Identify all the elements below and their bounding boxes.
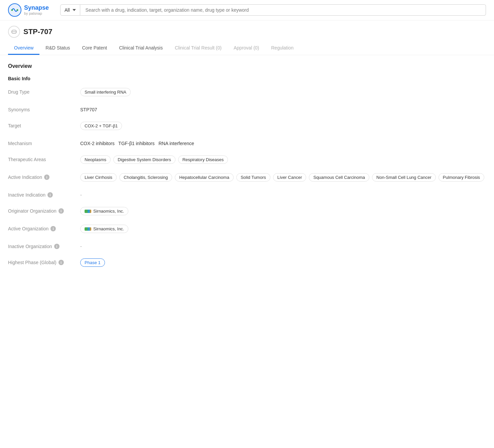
originator-org-name: Sirnaomics, Inc. xyxy=(93,209,124,214)
search-type-label: All xyxy=(65,7,70,13)
search-area: All xyxy=(60,4,486,16)
inactive-org-label: Inactive Organization i xyxy=(8,242,75,249)
inactive-indication-value: - xyxy=(80,191,486,198)
top-bar: Synapse by patsnap All xyxy=(0,0,494,20)
search-input[interactable] xyxy=(80,4,486,16)
field-inactive-indication: Inactive Indication i - xyxy=(8,191,486,198)
field-mechanism: Mechanism COX-2 inhibitors TGF-β1 inhibi… xyxy=(8,139,486,146)
active-org-label: Active Organization i xyxy=(8,225,75,231)
indication-squamous[interactable]: Squamous Cell Carcinoma xyxy=(309,173,369,182)
synonyms-label: Synonyms xyxy=(8,106,75,112)
originator-org-value: Sirnaomics, Inc. xyxy=(80,207,486,215)
therapeutic-area-respiratory[interactable]: Respiratory Diseases xyxy=(178,155,228,164)
originator-org-label: Originator Organization i xyxy=(8,207,75,214)
originator-org-tag[interactable]: Sirnaomics, Inc. xyxy=(80,207,128,215)
therapeutic-area-digestive[interactable]: Digestive System Disorders xyxy=(113,155,175,164)
tab-regulation: Regulation xyxy=(265,42,299,55)
field-drug-type: Drug Type Small interfering RNA xyxy=(8,88,486,96)
drug-type-tag[interactable]: Small interfering RNA xyxy=(80,88,131,96)
tab-clinical-trial-result: Clinical Trial Result (0) xyxy=(169,42,228,55)
active-indication-info-icon[interactable]: i xyxy=(44,175,49,180)
field-highest-phase: Highest Phase (Global) i Phase 1 xyxy=(8,258,486,267)
tab-clinical-trial-analysis[interactable]: Clinical Trial Analysis xyxy=(113,42,169,55)
therapeutic-areas-label: Therapeutic Areas xyxy=(8,155,75,162)
search-type-dropdown[interactable]: All xyxy=(60,4,80,16)
drug-header: STP-707 xyxy=(0,20,494,38)
org-logo-icon-2 xyxy=(85,227,91,231)
drug-type-value: Small interfering RNA xyxy=(80,88,486,96)
logo-area: Synapse by patsnap xyxy=(8,3,55,17)
inactive-indication-text: - xyxy=(80,191,82,198)
drug-icon xyxy=(8,26,20,38)
tab-rd-status[interactable]: R&D Status xyxy=(39,42,76,55)
section-title: Overview xyxy=(8,63,486,69)
target-tag[interactable]: COX-2 + TGF-β1 xyxy=(80,122,122,130)
tab-approval: Approval (0) xyxy=(228,42,265,55)
indication-hepatocellular[interactable]: Hepatocellular Carcinoma xyxy=(175,173,234,182)
indication-cholangitis[interactable]: Cholangitis, Sclerosing xyxy=(119,173,172,182)
target-value: COX-2 + TGF-β1 xyxy=(80,122,486,130)
active-org-tag[interactable]: Sirnaomics, Inc. xyxy=(80,225,128,233)
indication-pulmonary-fibrosis[interactable]: Pulmonary Fibrosis xyxy=(439,173,484,182)
tab-bar: Overview R&D Status Core Patent Clinical… xyxy=(0,42,494,55)
tab-core-patent[interactable]: Core Patent xyxy=(76,42,113,55)
field-therapeutic-areas: Therapeutic Areas Neoplasms Digestive Sy… xyxy=(8,155,486,164)
target-label: Target xyxy=(8,122,75,128)
indication-solid-tumors[interactable]: Solid Tumors xyxy=(236,173,270,182)
inactive-org-info-icon[interactable]: i xyxy=(54,244,59,249)
active-org-value: Sirnaomics, Inc. xyxy=(80,225,486,233)
mechanism-text: COX-2 inhibitors TGF-β1 inhibitors RNA i… xyxy=(80,139,194,146)
logo-synapse: Synapse xyxy=(24,4,49,12)
org-logo-icon xyxy=(85,210,91,213)
field-target: Target COX-2 + TGF-β1 xyxy=(8,122,486,130)
tab-overview[interactable]: Overview xyxy=(8,42,39,55)
logo-sub: by patsnap xyxy=(24,11,49,16)
synapse-logo-icon xyxy=(8,3,21,17)
inactive-indication-info-icon[interactable]: i xyxy=(47,192,53,198)
field-synonyms: Synonyms STP707 xyxy=(8,106,486,112)
active-org-name: Sirnaomics, Inc. xyxy=(93,226,124,231)
svg-point-2 xyxy=(17,9,18,11)
highest-phase-info-icon[interactable]: i xyxy=(58,260,64,265)
subsection-title: Basic Info xyxy=(8,76,486,81)
inactive-org-value: - xyxy=(80,242,486,249)
synonyms-value: STP707 xyxy=(80,106,486,112)
mechanism-label: Mechanism xyxy=(8,139,75,146)
svg-point-1 xyxy=(11,9,13,11)
inactive-indication-label: Inactive Indication i xyxy=(8,191,75,198)
drug-type-label: Drug Type xyxy=(8,88,75,95)
highest-phase-label: Highest Phase (Global) i xyxy=(8,258,75,265)
drug-title: STP-707 xyxy=(23,27,52,36)
active-org-info-icon[interactable]: i xyxy=(50,226,56,231)
field-inactive-org: Inactive Organization i - xyxy=(8,242,486,249)
active-indication-label: Active Indication i xyxy=(8,173,75,180)
therapeutic-area-neoplasms[interactable]: Neoplasms xyxy=(80,155,111,164)
field-originator-org: Originator Organization i Sirnaomics, In… xyxy=(8,207,486,215)
therapeutic-areas-value: Neoplasms Digestive System Disorders Res… xyxy=(80,155,486,164)
indication-liver-cirrhosis[interactable]: Liver Cirrhosis xyxy=(80,173,117,182)
active-indication-value: Liver Cirrhosis Cholangitis, Sclerosing … xyxy=(80,173,486,182)
synonyms-text: STP707 xyxy=(80,106,97,112)
originator-org-info-icon[interactable]: i xyxy=(58,208,64,214)
logo-text: Synapse by patsnap xyxy=(24,4,49,16)
highest-phase-tag[interactable]: Phase 1 xyxy=(80,258,105,267)
highest-phase-value: Phase 1 xyxy=(80,258,486,267)
inactive-org-text: - xyxy=(80,242,82,249)
content-area: Overview Basic Info Drug Type Small inte… xyxy=(0,55,494,284)
mechanism-value: COX-2 inhibitors TGF-β1 inhibitors RNA i… xyxy=(80,139,486,146)
field-active-indication: Active Indication i Liver Cirrhosis Chol… xyxy=(8,173,486,182)
field-active-org: Active Organization i Sirnaomics, Inc. xyxy=(8,225,486,233)
indication-non-small-cell[interactable]: Non-Small Cell Lung Cancer xyxy=(372,173,436,182)
indication-liver-cancer[interactable]: Liver Cancer xyxy=(273,173,306,182)
chevron-down-icon xyxy=(73,9,76,11)
